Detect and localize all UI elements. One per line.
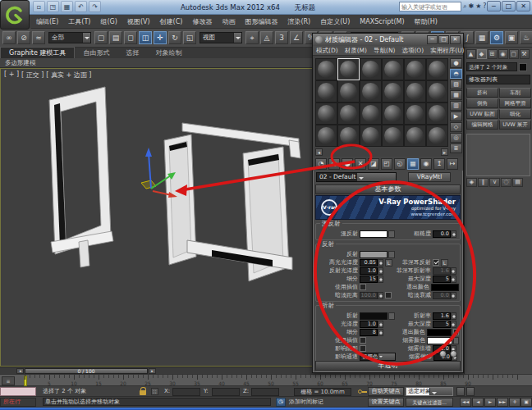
bind-to-space-warp-button[interactable]: ≈ <box>32 31 45 44</box>
object-name-field[interactable]: 选择了 2 个对象 <box>466 62 517 71</box>
angle-snap-toggle-button[interactable]: ∠ <box>290 31 303 44</box>
chevron-down-icon[interactable] <box>378 353 396 360</box>
render-production-button[interactable]: ♨ <box>520 31 532 44</box>
spinner-arrows[interactable] <box>378 259 383 266</box>
select-and-rotate-button[interactable]: ↻ <box>168 31 181 44</box>
put-to-library-button[interactable]: ◰ <box>381 158 392 170</box>
spinner-value[interactable]: 1.0 <box>360 321 378 328</box>
modifier-list-dropdown[interactable]: 修改器列表 <box>466 75 530 84</box>
stack-tool-button[interactable]: ▤ <box>512 178 523 187</box>
selected-objects-dropdown[interactable]: 选定对象 <box>406 387 453 396</box>
map-button[interactable] <box>388 251 395 258</box>
menu-item[interactable]: 帮助(H) <box>410 15 443 29</box>
color-swatch[interactable] <box>427 329 452 336</box>
sample-slot[interactable] <box>337 125 360 147</box>
command-panel-tab-display[interactable]: ▢ <box>509 49 519 59</box>
map-button[interactable] <box>453 337 459 344</box>
stack-tool-button[interactable]: ◌ <box>501 178 511 187</box>
me-close-button[interactable]: ✕ <box>450 35 461 44</box>
make-preview-button[interactable]: ▶ <box>450 112 462 121</box>
sample-slot[interactable] <box>315 102 337 125</box>
max-logo-button[interactable] <box>0 0 30 30</box>
auto-key-button[interactable]: 自动关键点 <box>368 387 404 396</box>
scroll-handle[interactable] <box>450 350 457 358</box>
rendered-frame-window-button[interactable]: ▣ <box>505 31 518 44</box>
x-coordinate-field[interactable] <box>172 388 200 396</box>
sample-slot[interactable] <box>360 80 382 102</box>
checkbox[interactable] <box>453 329 459 335</box>
spinner-down-icon[interactable] <box>452 296 455 299</box>
stack-tool-button[interactable]: ∨ <box>489 178 500 187</box>
menu-item[interactable]: 创建(C) <box>155 15 188 29</box>
menu-item[interactable]: MAXScript(M) <box>355 15 409 29</box>
material-name-dropdown[interactable]: 02 - Default <box>316 172 397 182</box>
spinner-value[interactable]: 8 <box>360 329 378 336</box>
spinner-arrows[interactable] <box>451 276 456 283</box>
sample-slot[interactable] <box>315 80 337 102</box>
quick-access-icon-0[interactable]: ▫ <box>33 1 45 12</box>
select-by-material-button[interactable]: ◎ <box>450 133 462 143</box>
select-and-manipulate-button[interactable]: ◬ <box>260 31 273 44</box>
backlight-button[interactable]: ◓ <box>450 69 462 79</box>
playback-button[interactable]: ►► <box>497 398 508 407</box>
sample-slot[interactable] <box>337 102 360 125</box>
maximize-button[interactable]: □ <box>502 1 516 11</box>
info-center-icon-2[interactable]: ★ <box>475 2 481 10</box>
key-filters-button[interactable]: 关键点过滤器... <box>406 398 453 407</box>
sample-slot[interactable] <box>360 58 382 80</box>
spinner-arrows[interactable] <box>451 230 456 238</box>
modifier-button[interactable]: 车削 <box>499 88 531 98</box>
door-assembly-object[interactable] <box>164 123 300 281</box>
value-spinner[interactable]: 1.0 <box>360 321 383 328</box>
select-and-scale-button[interactable]: ◱ <box>183 31 196 44</box>
modifier-button[interactable]: 细化 <box>499 109 531 119</box>
checkbox[interactable] <box>360 284 366 290</box>
checkbox[interactable] <box>385 292 392 298</box>
ribbon-tab[interactable]: Graphite 建模工具 <box>0 47 75 58</box>
put-material-to-scene-button[interactable]: ◑ <box>328 158 340 170</box>
macro-recorder-pane[interactable] <box>0 387 36 396</box>
modifier-button[interactable]: 网格平滑 <box>499 98 531 108</box>
sample-slot[interactable] <box>382 125 404 147</box>
spinner-value[interactable]: 5 <box>433 321 451 328</box>
spinner-value[interactable]: 100.0 <box>360 292 378 299</box>
video-color-check-button[interactable]: ▥ <box>450 101 462 111</box>
menu-item[interactable]: 自定义(U) <box>315 15 355 29</box>
material-editor-titlebar[interactable]: 材质编辑器 - 02 - Default ─ □ ✕ <box>313 34 463 46</box>
playback-button[interactable]: ► <box>484 398 496 407</box>
open-mini-curve-editor-button[interactable]: ≡ <box>2 376 15 385</box>
selection-lock-icon[interactable] <box>140 390 146 395</box>
sample-slot[interactable] <box>382 58 404 80</box>
quick-access-icon-4[interactable]: ↷ <box>89 1 101 12</box>
value-spinner[interactable]: 5 <box>433 276 456 283</box>
add-time-tag-label[interactable]: 添加时间标记 <box>289 397 323 408</box>
map-button[interactable] <box>388 312 395 320</box>
info-center-icon-0[interactable]: ⌕ <box>463 2 466 10</box>
quick-access-icon-3[interactable]: ↶ <box>75 1 87 12</box>
sample-slot[interactable] <box>426 80 448 102</box>
sample-slot[interactable] <box>382 102 404 125</box>
sample-slot[interactable] <box>426 102 448 125</box>
spinner-value[interactable]: 0.85 <box>360 259 378 266</box>
sample-type-button[interactable]: ● <box>450 58 462 68</box>
command-panel-tab-motion[interactable]: ◉ <box>498 49 508 59</box>
quick-access-icon-1[interactable]: ◳ <box>47 1 59 12</box>
close-button[interactable]: ✕ <box>516 1 530 11</box>
select-and-link-button[interactable]: ∞ <box>2 31 16 44</box>
slot-scroll-right[interactable]: ▸ <box>441 148 448 156</box>
checkbox[interactable] <box>360 337 366 344</box>
sample-slot[interactable] <box>315 58 337 80</box>
time-slider-handle[interactable]: 0 / 100 <box>25 368 148 374</box>
quick-access-icon-2[interactable]: ▦ <box>61 1 73 12</box>
background-button[interactable]: ▨ <box>450 80 462 89</box>
viewport-menu-plus[interactable]: [ + ] <box>4 71 19 80</box>
door-frame-left-object[interactable] <box>49 87 113 267</box>
color-swatch[interactable] <box>360 312 388 320</box>
me-menu-item[interactable]: 选项(O) <box>398 47 427 55</box>
value-spinner[interactable]: 1.0 <box>360 267 383 275</box>
chevron-down-icon[interactable] <box>356 173 397 181</box>
chevron-down-icon[interactable] <box>233 33 241 43</box>
stack-tool-button[interactable]: ‖ <box>478 178 488 187</box>
chevron-down-icon[interactable] <box>82 33 90 43</box>
mini-listener-pane[interactable]: 所在行 <box>0 398 36 407</box>
